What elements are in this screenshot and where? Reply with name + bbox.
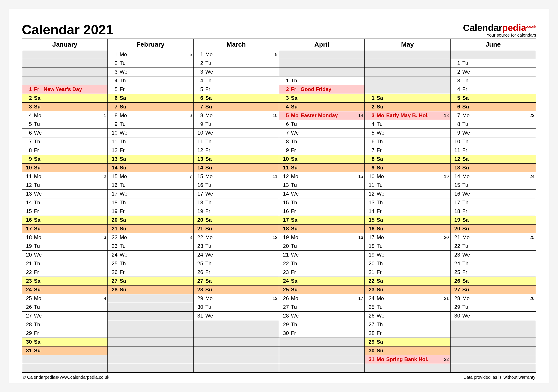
day-number: 18: [24, 234, 32, 240]
day-cell: 25Fr: [450, 268, 536, 277]
day-cell: 8Mo6: [108, 111, 193, 120]
day-number: 6: [24, 130, 32, 136]
day-cell: 22Mo8: [108, 233, 193, 242]
day-number: 10: [24, 165, 32, 171]
day-cell: [450, 355, 536, 364]
day-of-week: Fr: [34, 269, 44, 275]
day-of-week: Sa: [291, 95, 301, 101]
day-of-week: Mo: [377, 234, 386, 240]
day-cell: 14Su: [108, 163, 193, 172]
day-cell: 5Sa: [450, 94, 536, 102]
day-of-week: Sa: [34, 95, 44, 101]
day-cell: 10Su: [22, 163, 108, 172]
day-of-week: Th: [205, 77, 215, 84]
day-number: 12: [110, 147, 117, 153]
day-number: 12: [281, 173, 289, 179]
day-number: 20: [452, 226, 460, 232]
day-cell: 4Mo1: [22, 111, 108, 120]
day-number: 14: [367, 208, 375, 214]
day-number: 7: [452, 112, 460, 119]
day-number: 14: [195, 165, 203, 171]
day-cell: 12Sa: [450, 155, 536, 163]
day-number: 2: [24, 95, 32, 101]
day-cell: 11Su: [279, 163, 365, 172]
day-number: 17: [281, 217, 289, 223]
day-cell: 29Mo13: [193, 294, 279, 303]
day-cell: 28Fr: [365, 329, 450, 338]
day-of-week: We: [34, 191, 44, 197]
day-cell: [108, 311, 193, 320]
holiday-label: Early May B. Hol.: [386, 112, 448, 119]
day-cell: 17We: [108, 189, 193, 198]
day-cell: 3Sa: [279, 94, 365, 102]
day-number: 29: [367, 339, 375, 345]
day-of-week: Fr: [205, 147, 215, 153]
day-of-week: Th: [120, 138, 129, 145]
day-cell: 14Fr: [365, 207, 450, 216]
calendar-row: 14Th18Th18Th15Th13Th17Th: [22, 198, 536, 207]
month-header: March: [193, 39, 279, 50]
day-number: 9: [195, 121, 203, 127]
day-of-week: Su: [120, 287, 129, 293]
day-cell: 16Su: [365, 224, 450, 233]
brand-logo: Calendarpedia.co.uk Your source for cale…: [463, 23, 536, 37]
day-cell: 19Fr: [108, 207, 193, 216]
day-of-week: Fr: [291, 269, 301, 275]
day-cell: 17Sa: [279, 216, 365, 224]
day-number: 26: [195, 269, 203, 275]
day-of-week: We: [377, 313, 386, 319]
day-cell: 30We: [450, 311, 536, 320]
day-cell: 29Tu: [450, 303, 536, 311]
day-of-week: We: [462, 313, 472, 319]
week-number: 19: [444, 174, 449, 179]
day-of-week: Su: [34, 287, 44, 293]
day-cell: 9Tu: [108, 120, 193, 128]
day-cell: [193, 364, 279, 372]
day-cell: 8Sa: [365, 155, 450, 163]
footer-right: Data provided 'as is' without warranty: [463, 375, 535, 380]
day-cell: 2Tu: [193, 59, 279, 68]
day-of-week: Tu: [291, 304, 301, 310]
day-cell: 20Su: [450, 224, 536, 233]
day-number: 1: [281, 77, 289, 84]
day-cell: 2Tu: [108, 59, 193, 68]
day-of-week: We: [34, 313, 44, 319]
day-number: 7: [195, 104, 203, 110]
day-of-week: Tu: [291, 243, 301, 249]
day-cell: [450, 50, 536, 59]
day-cell: 13Su: [450, 163, 536, 172]
day-number: 10: [452, 138, 460, 145]
day-cell: 15Mo11: [193, 172, 279, 181]
day-number: 15: [452, 182, 460, 188]
day-of-week: Mo: [120, 51, 129, 58]
day-of-week: Su: [120, 226, 129, 232]
day-cell: 1Sa: [365, 94, 450, 102]
day-cell: 2Su: [365, 102, 450, 111]
day-of-week: We: [291, 130, 301, 136]
day-of-week: Fr: [377, 269, 386, 275]
day-of-week: Mo: [377, 295, 386, 301]
month-header: February: [108, 39, 193, 50]
day-cell: [450, 346, 536, 355]
day-number: 17: [367, 234, 375, 240]
day-of-week: Th: [120, 199, 129, 205]
week-number: 25: [530, 235, 534, 240]
day-number: 25: [110, 260, 117, 267]
day-of-week: Fr: [462, 208, 472, 214]
day-cell: 8Mo10: [193, 111, 279, 120]
day-number: 22: [195, 234, 203, 240]
day-number: 7: [110, 104, 117, 110]
day-cell: 10Th: [450, 137, 536, 146]
day-cell: 21Su: [108, 224, 193, 233]
day-of-week: We: [205, 130, 215, 136]
day-cell: 13Tu: [279, 181, 365, 189]
day-number: 8: [195, 112, 203, 119]
day-number: 3: [110, 69, 117, 75]
day-number: 21: [195, 226, 203, 232]
day-of-week: Sa: [377, 278, 386, 284]
day-number: 30: [452, 313, 460, 319]
day-cell: 26Fr: [193, 268, 279, 277]
day-number: 5: [367, 130, 375, 136]
day-cell: 23Tu: [193, 242, 279, 250]
day-of-week: Th: [462, 260, 472, 267]
